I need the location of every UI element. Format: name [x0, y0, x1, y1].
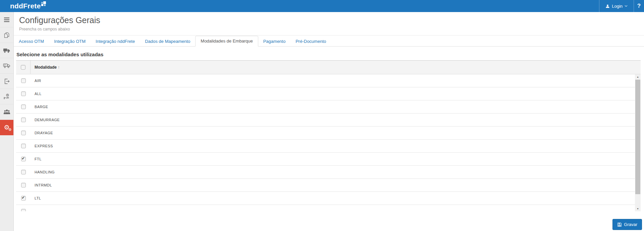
- sort-ascending-icon: ↑: [58, 65, 60, 70]
- tab-pagamento[interactable]: Pagamento: [258, 36, 291, 47]
- row-checkbox-cell: [16, 144, 31, 148]
- login-menu[interactable]: Login: [599, 0, 634, 12]
- select-all-cell: [16, 61, 31, 74]
- row-checkbox[interactable]: [21, 209, 26, 211]
- user-icon: [605, 4, 610, 8]
- row-checkbox-cell: [16, 196, 31, 201]
- login-label: Login: [612, 4, 623, 9]
- app-logo-text: nddFrete: [10, 2, 41, 10]
- table-row: INTRMDL: [16, 179, 641, 192]
- vertical-scrollbar[interactable]: ▲ ▼: [635, 74, 641, 211]
- row-checkbox[interactable]: [21, 157, 26, 161]
- row-checkbox[interactable]: [21, 144, 26, 148]
- modality-label: DEMURRAGE: [35, 118, 60, 122]
- row-checkbox-cell: [16, 131, 31, 135]
- table-row: EXPRESS: [16, 140, 641, 153]
- tab-dados-de-mapeamento[interactable]: Dados de Mapeamento: [140, 36, 195, 47]
- users-icon: [3, 109, 10, 115]
- chevron-down-icon: [625, 5, 628, 7]
- topbar-right: Login ?: [599, 0, 644, 12]
- document-export-icon: [4, 78, 10, 84]
- row-checkbox[interactable]: [21, 196, 26, 201]
- tab-pre-documento[interactable]: Pré-Documento: [290, 36, 331, 47]
- help-button[interactable]: ?: [634, 0, 644, 12]
- row-checkbox-cell: [16, 78, 31, 83]
- help-icon: ?: [637, 3, 641, 9]
- sidebar-item-export[interactable]: [0, 74, 13, 89]
- page-subtitle: Preencha os campos abaixo: [19, 27, 636, 31]
- truck-icon: [3, 48, 10, 53]
- table-row: LTL: [16, 192, 641, 205]
- row-checkbox[interactable]: [21, 118, 26, 122]
- page-header: Configurações Gerais Preencha os campos …: [14, 12, 644, 31]
- page-title: Configurações Gerais: [19, 15, 636, 25]
- table-header-row: Modalidade ↑: [16, 61, 641, 74]
- table-row: DRAYAGE: [16, 127, 641, 140]
- section-title: Selecione as modalidades utilizadas: [16, 52, 641, 61]
- scroll-down-arrow-icon[interactable]: ▼: [635, 206, 641, 211]
- save-floppy-icon: [617, 222, 622, 227]
- logo-squares-icon: [41, 1, 46, 6]
- modality-label: EXPRESS: [35, 144, 53, 148]
- table-row: BARGE: [16, 100, 641, 113]
- tabs: Acesso OTMIntegração OTMIntegração nddFr…: [14, 35, 644, 47]
- sidebar-item-settings[interactable]: ⚙⚙: [0, 120, 13, 135]
- tab-integracao-nddfrete[interactable]: Integração nddFrete: [91, 36, 140, 47]
- row-checkbox-cell: [16, 157, 31, 161]
- table-row: AIR: [16, 74, 641, 87]
- sidebar-item-payment[interactable]: $: [0, 89, 13, 104]
- modality-label: ALL: [35, 92, 42, 96]
- row-checkbox[interactable]: [21, 78, 26, 83]
- save-button-label: Gravar: [624, 222, 637, 227]
- tab-acesso-otm[interactable]: Acesso OTM: [14, 36, 49, 47]
- sidebar-item-menu[interactable]: [0, 12, 13, 27]
- row-checkbox[interactable]: [21, 170, 26, 174]
- row-checkbox-cell: [16, 118, 31, 122]
- topbar: nddFrete Login ?: [0, 0, 644, 12]
- row-checkbox-cell: [16, 209, 31, 211]
- row-checkbox-cell: [16, 104, 31, 109]
- row-checkbox[interactable]: [21, 91, 26, 96]
- table-row: FTL: [16, 153, 641, 166]
- sidebar-item-delivery[interactable]: [0, 58, 13, 74]
- sidebar-item-documents[interactable]: [0, 27, 13, 43]
- row-checkbox[interactable]: [21, 131, 26, 135]
- table-row: HANDLING: [16, 166, 641, 179]
- copy-icon: [4, 32, 10, 38]
- sidebar: $ ⚙⚙: [0, 12, 14, 231]
- modality-label: AIR: [35, 79, 41, 83]
- modality-label: INTRMDL: [35, 183, 52, 187]
- modality-label: FTL: [35, 157, 42, 161]
- table-body: ▲ ▼ AIR ALL BARGE DEMURRAGE DRAYAGE: [16, 74, 641, 211]
- tab-integracao-otm[interactable]: Integração OTM: [49, 36, 91, 47]
- select-all-checkbox[interactable]: [21, 65, 25, 70]
- money-hand-icon: $: [3, 93, 10, 100]
- tab-modalidades-de-embarque[interactable]: Modalidades de Embarque: [195, 36, 258, 47]
- column-header-label: Modalidade: [35, 65, 57, 70]
- table-row: DEMURRAGE: [16, 113, 641, 127]
- modality-label: LTL: [35, 196, 41, 200]
- modalities-section: Selecione as modalidades utilizadas Moda…: [16, 52, 641, 211]
- sidebar-item-truck[interactable]: [0, 43, 13, 58]
- main-content: Configurações Gerais Preencha os campos …: [14, 12, 644, 231]
- column-header-modalidade[interactable]: Modalidade ↑: [31, 61, 60, 74]
- scroll-up-arrow-icon[interactable]: ▲: [635, 74, 641, 79]
- modality-label: BARGE: [35, 105, 48, 109]
- modality-label: DRAYAGE: [35, 131, 53, 135]
- menu-icon: [3, 17, 10, 22]
- row-checkbox-cell: [16, 91, 31, 96]
- gears-icon: ⚙⚙: [4, 124, 9, 131]
- table-row: [16, 205, 641, 211]
- row-checkbox-cell: [16, 183, 31, 187]
- row-checkbox-cell: [16, 170, 31, 174]
- save-button[interactable]: Gravar: [612, 219, 642, 230]
- table-row: ALL: [16, 87, 641, 100]
- row-checkbox[interactable]: [21, 183, 26, 187]
- modality-label: HANDLING: [35, 170, 55, 174]
- app-logo: nddFrete: [10, 2, 46, 10]
- sidebar-item-users[interactable]: [0, 104, 13, 120]
- row-checkbox[interactable]: [21, 104, 26, 109]
- scrollbar-thumb[interactable]: [635, 80, 640, 194]
- truck-outline-icon: [3, 63, 10, 69]
